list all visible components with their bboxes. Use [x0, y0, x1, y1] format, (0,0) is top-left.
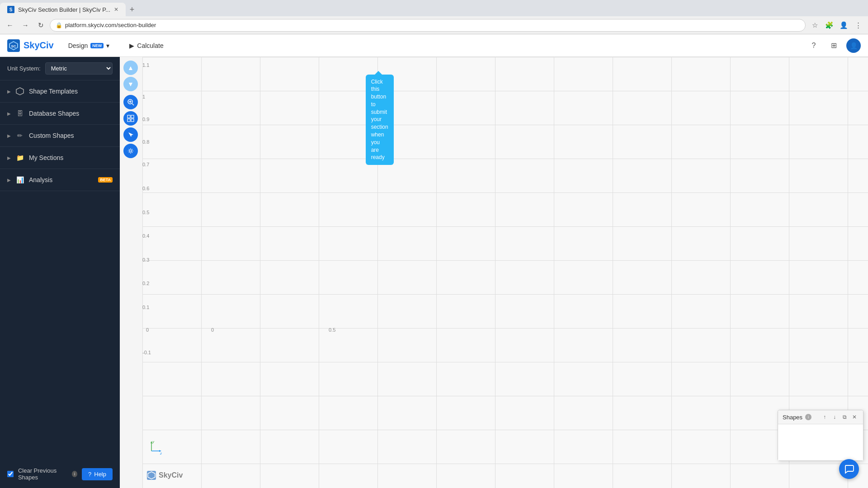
- y-label-0: 0: [146, 327, 149, 333]
- y-label-0-1: 0.1: [142, 305, 149, 310]
- chevron-right-icon: ▶: [7, 155, 11, 160]
- shapes-panel-body: [778, 424, 863, 460]
- sidebar-item-database-shapes[interactable]: ▶ 🗄 Database Shapes: [0, 103, 120, 125]
- help-icon-btn[interactable]: ?: [807, 38, 821, 53]
- shapes-panel-down-btn[interactable]: ↓: [830, 413, 839, 421]
- cursor-btn[interactable]: [123, 127, 138, 142]
- beta-badge: BETA: [98, 177, 113, 183]
- zoom-in-btn[interactable]: [123, 95, 138, 109]
- settings-btn[interactable]: [123, 144, 138, 158]
- svg-line-6: [132, 103, 134, 105]
- active-tab[interactable]: S SkyCiv Section Builder | SkyCiv P... ✕: [0, 3, 126, 16]
- y-label-0-4: 0.4: [142, 233, 149, 239]
- shapes-panel-copy-btn[interactable]: ⧉: [840, 413, 849, 421]
- sidebar-item-analysis[interactable]: ▶ 📊 Analysis BETA: [0, 169, 120, 191]
- my-sections-icon: 📁: [15, 153, 24, 162]
- submit-tooltip: Click this button to submit your section…: [366, 75, 394, 165]
- address-bar[interactable]: 🔒 platform.skyciv.com/section-builder: [50, 19, 806, 32]
- sidebar-bottom: Clear Previous Shapes i ? Help: [0, 460, 120, 488]
- svg-text:S: S: [9, 7, 13, 12]
- tab-favicon: S: [7, 6, 14, 13]
- user-avatar[interactable]: 👤: [846, 38, 861, 53]
- shape-templates-icon: [15, 87, 24, 96]
- watermark-text: SkyCiv: [159, 471, 183, 479]
- chat-widget[interactable]: [839, 459, 859, 479]
- clear-info-icon[interactable]: i: [72, 471, 77, 477]
- shapes-panel-up-btn[interactable]: ↑: [821, 413, 829, 421]
- chevron-right-icon: ▶: [7, 111, 11, 116]
- pan-up-btn[interactable]: ▲: [123, 61, 138, 75]
- clear-label: Clear Previous Shapes i: [18, 467, 77, 481]
- app-toolbar: SC SkyCiv Design NEW ▾ ▶ Calculate Click…: [0, 34, 868, 57]
- canvas-left-toolbar: ▲ ▼: [123, 61, 138, 158]
- sidebar-item-label: Shape Templates: [29, 88, 113, 95]
- unit-select[interactable]: Metric Imperial: [45, 62, 113, 75]
- logo-text: SkyCiv: [24, 40, 54, 51]
- svg-rect-11: [127, 119, 130, 122]
- design-btn[interactable]: Design NEW ▾: [63, 39, 115, 52]
- lock-icon: 🔒: [56, 22, 62, 28]
- new-tab-btn[interactable]: +: [126, 3, 138, 16]
- shapes-panel-info-icon[interactable]: i: [805, 414, 811, 420]
- chevron-right-icon: ▶: [7, 89, 11, 94]
- logo-icon: SC: [7, 39, 20, 52]
- y-label-0-7: 0.7: [142, 162, 149, 167]
- extensions-btn[interactable]: 🧩: [823, 19, 835, 32]
- x-label-0: 0: [211, 327, 214, 333]
- sidebar-item-my-sections[interactable]: ▶ 📁 My Sections: [0, 147, 120, 169]
- design-dropdown-icon: ▾: [106, 42, 109, 49]
- profile-btn[interactable]: 👤: [837, 19, 850, 32]
- calculate-btn[interactable]: ▶ Calculate: [124, 39, 169, 52]
- canvas-area: ▲ ▼: [120, 57, 868, 488]
- sidebar-item-custom-shapes[interactable]: ▶ ✏ Custom Shapes: [0, 125, 120, 147]
- calculate-icon: ▶: [129, 42, 134, 49]
- y-label-neg-0-1: -0.1: [142, 350, 151, 355]
- shapes-panel-actions: ↑ ↓ ⧉ ✕: [821, 413, 859, 421]
- custom-shapes-icon: ✏: [15, 131, 24, 140]
- y-label-0-3: 0.3: [142, 257, 149, 263]
- svg-marker-30: [148, 472, 155, 479]
- sidebar-item-label: My Sections: [29, 154, 113, 161]
- sidebar: Unit System: Metric Imperial ▶ Shape Tem…: [0, 57, 120, 488]
- svg-text:SC: SC: [11, 44, 16, 48]
- design-badge: NEW: [90, 43, 104, 48]
- grid-btn[interactable]: [123, 111, 138, 126]
- y-label-0-8: 0.8: [142, 139, 149, 145]
- calculate-label: Calculate: [137, 42, 163, 49]
- coordinate-system: y z: [147, 437, 165, 457]
- design-label: Design: [68, 42, 88, 49]
- tab-close-btn[interactable]: ✕: [114, 6, 118, 13]
- canvas-grid[interactable]: 1.1 1 0.9 0.8 0.7 0.6 0.5 0.4 0.3 0.2 0.…: [142, 57, 868, 488]
- forward-btn[interactable]: →: [19, 19, 32, 32]
- address-text: platform.skyciv.com/section-builder: [65, 22, 156, 28]
- sidebar-item-label: Analysis: [29, 176, 92, 183]
- shapes-panel-title: Shapes: [783, 414, 802, 421]
- menu-btn[interactable]: ⋮: [852, 19, 864, 32]
- shapes-panel: Shapes i ↑ ↓ ⧉ ✕: [778, 410, 863, 461]
- help-icon: ?: [88, 471, 91, 478]
- svg-text:z: z: [160, 451, 162, 455]
- reload-btn[interactable]: ↻: [34, 19, 47, 32]
- y-label-0-9: 0.9: [142, 117, 149, 122]
- back-btn[interactable]: ←: [4, 19, 16, 32]
- pan-down-btn[interactable]: ▼: [123, 77, 138, 91]
- y-label-1: 1: [142, 94, 145, 99]
- bookmark-btn[interactable]: ☆: [808, 19, 821, 32]
- x-label-0-5: 0.5: [329, 327, 335, 333]
- apps-icon-btn[interactable]: ⊞: [826, 38, 841, 53]
- unit-label: Unit System:: [7, 65, 41, 72]
- y-label-1-1: 1.1: [142, 62, 149, 68]
- canvas-watermark: SkyCiv: [147, 471, 183, 480]
- y-label-0-5: 0.5: [142, 210, 149, 215]
- database-icon: 🗄: [15, 109, 24, 118]
- help-btn[interactable]: ? Help: [82, 468, 113, 480]
- clear-checkbox[interactable]: [7, 470, 14, 478]
- shapes-panel-close-btn[interactable]: ✕: [850, 413, 859, 421]
- unit-system-row: Unit System: Metric Imperial: [0, 57, 120, 80]
- sidebar-item-shape-templates[interactable]: ▶ Shape Templates: [0, 80, 120, 103]
- y-label-0-6: 0.6: [142, 186, 149, 191]
- toolbar-right: ? ⊞ 👤: [807, 38, 861, 53]
- svg-rect-10: [131, 115, 134, 118]
- sidebar-item-label: Database Shapes: [29, 110, 113, 117]
- tab-title: SkyCiv Section Builder | SkyCiv P...: [18, 6, 110, 13]
